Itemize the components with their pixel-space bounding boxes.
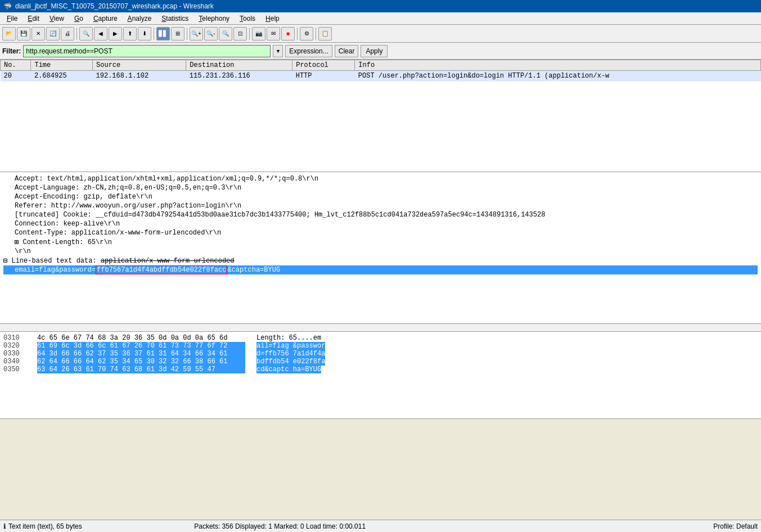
status-profile: Profile: Default	[713, 522, 758, 530]
menu-item-go[interactable]: Go	[70, 13, 88, 24]
toolbar-separator-2	[154, 28, 154, 40]
filter-input[interactable]	[23, 45, 271, 57]
back-btn[interactable]: ◀	[94, 27, 107, 40]
hex-bytes: 62 64 66 66 64 62 35 34 65 30 32 32 66 3…	[37, 358, 245, 366]
menu-item-help[interactable]: Help	[261, 13, 284, 24]
status-packets: Packets: 356 Displayed: 1 Marked: 0 Load…	[194, 522, 366, 530]
status-bar: ℹ Text item (text), 65 bytes Packets: 35…	[0, 520, 761, 532]
menu-item-capture[interactable]: Capture	[89, 13, 122, 24]
detail-line-based[interactable]: ⊟ Line-based text data: application/x-ww…	[3, 256, 758, 265]
hex-offset: 0330	[3, 350, 26, 358]
toolbar-separator-6	[316, 28, 316, 40]
hex-ascii: Length: 65....em	[256, 334, 321, 342]
detail-referer: Referer: http://www.wooyun.org/user.php?…	[3, 201, 758, 210]
hex-row: 033064 3d 66 66 62 37 35 36 37 61 31 64 …	[3, 350, 758, 358]
hex-ascii: ail=flag &passwor	[256, 342, 325, 350]
reload-btn[interactable]: 🔄	[46, 27, 60, 40]
toolbar-separator-4	[249, 28, 250, 40]
detail-accept: Accept: text/html,application/xhtml+xml,…	[3, 174, 758, 183]
clear-button[interactable]: Clear	[335, 45, 359, 57]
toolbar: 📂 💾 ✕ 🔄 🖨 🔍 ◀ ▶ ⬆ ⬇ ▊▋ ⊞ 🔍+ 🔍- 🔍 ⊡ 📷 ✉ ■…	[0, 25, 761, 43]
menu-item-telephony[interactable]: Telephony	[194, 13, 234, 24]
packet-detail-panel: Accept: text/html,application/xhtml+xml,…	[0, 172, 761, 324]
hex-offset: 0320	[3, 342, 26, 350]
cell-no: 20	[1, 71, 31, 82]
status-text-left: Text item (text), 65 bytes	[8, 522, 82, 530]
menu-item-statistics[interactable]: Statistics	[157, 13, 193, 24]
jump-btn[interactable]: ⬆	[123, 27, 137, 40]
filter-label: Filter:	[2, 47, 21, 55]
col-source[interactable]: Source	[93, 60, 186, 71]
toolbar-separator-1	[76, 28, 77, 40]
apply-button[interactable]: Apply	[361, 45, 388, 57]
menu-item-tools[interactable]: Tools	[235, 13, 260, 24]
packet-list: No. Time Source Destination Protocol Inf…	[0, 60, 761, 172]
detail-accept-encoding: Accept-Encoding: gzip, deflate\r\n	[3, 192, 758, 201]
menu-item-view[interactable]: View	[45, 13, 69, 24]
hex-offset: 0340	[3, 358, 26, 366]
stop-btn[interactable]: ■	[281, 27, 295, 40]
hex-row: 034062 64 66 66 64 62 35 34 65 30 32 32 …	[3, 358, 758, 366]
cell-info: POST /user.php?action=login&do=login HTT…	[355, 71, 761, 82]
zoom-in-btn[interactable]: 🔍+	[190, 27, 203, 40]
colorize-btn[interactable]: ▊▋	[156, 27, 170, 40]
forward-btn[interactable]: ▶	[109, 27, 122, 40]
hex-ascii: bdffdb54 e022f8fa	[256, 358, 325, 366]
expression-button[interactable]: Expression...	[285, 45, 332, 57]
zoom-fit-btn[interactable]: ⊡	[233, 27, 247, 40]
hex-offset: 0350	[3, 366, 26, 373]
settings-btn[interactable]: ⚙	[300, 27, 313, 40]
col-destination[interactable]: Destination	[186, 60, 292, 71]
hex-row: 035063 64 26 63 61 70 74 63 68 61 3d 42 …	[3, 366, 758, 373]
menu-item-edit[interactable]: Edit	[23, 13, 44, 24]
zoom-out-btn[interactable]: 🔍-	[204, 27, 218, 40]
table-row[interactable]: 202.684925192.168.1.102115.231.236.116HT…	[1, 71, 761, 82]
print-btn[interactable]: 🖨	[61, 27, 74, 40]
detail-connection: Connection: keep-alive\r\n	[3, 219, 758, 228]
hex-ascii: cd&captc ha=BYUG	[256, 366, 321, 373]
save-btn[interactable]: 💾	[17, 27, 30, 40]
cell-time: 2.684925	[31, 71, 93, 82]
filter-bar: Filter: ▼ Expression... Clear Apply	[0, 43, 761, 60]
detail-post-data[interactable]: email=flag&password=ffb7567a1d4f4abdffdb…	[3, 265, 758, 274]
zoom-normal-btn[interactable]: 🔍	[219, 27, 232, 40]
detail-content-length[interactable]: ⊞ Content-Length: 65\r\n	[3, 237, 758, 247]
toolbar-separator-5	[297, 28, 298, 40]
capture-btn[interactable]: 📷	[252, 27, 265, 40]
menu-item-analyze[interactable]: Analyze	[123, 13, 156, 24]
col-info[interactable]: Info	[355, 60, 761, 71]
toolbar-separator-3	[187, 28, 187, 40]
autosize-btn[interactable]: ⊞	[171, 27, 184, 40]
app-icon: 🦈	[3, 2, 12, 10]
hex-dump-panel: 03104c 65 6e 67 74 68 3a 20 36 35 0d 0a …	[0, 332, 761, 419]
menu-bar: FileEditViewGoCaptureAnalyzeStatisticsTe…	[0, 12, 761, 25]
status-right: Profile: Default	[571, 522, 758, 530]
menu-item-file[interactable]: File	[2, 13, 22, 24]
col-no[interactable]: No.	[1, 60, 31, 71]
detail-cookie: [truncated] Cookie: __cfduid=d473db47925…	[3, 210, 758, 219]
down-btn[interactable]: ⬇	[138, 27, 151, 40]
find-btn[interactable]: 🔍	[79, 27, 93, 40]
email-btn[interactable]: ✉	[267, 27, 280, 40]
help-btn[interactable]: 📋	[318, 27, 332, 40]
hex-row: 03104c 65 6e 67 74 68 3a 20 36 35 0d 0a …	[3, 334, 758, 342]
status-left: ℹ Text item (text), 65 bytes	[3, 522, 190, 530]
hex-bytes: 4c 65 6e 67 74 68 3a 20 36 35 0d 0a 0d 0…	[37, 334, 245, 342]
cell-destination: 115.231.236.116	[186, 71, 292, 82]
detail-accept-language: Accept-Language: zh-CN,zh;q=0.8,en-US;q=…	[3, 183, 758, 192]
detail-crlf: \r\n	[3, 247, 758, 256]
col-time[interactable]: Time	[31, 60, 93, 71]
hex-bytes: 61 69 6c 3d 66 6c 61 67 26 70 61 73 73 7…	[37, 342, 245, 350]
col-protocol[interactable]: Protocol	[292, 60, 355, 71]
hex-bytes: 64 3d 66 66 62 37 35 36 37 61 31 64 34 6…	[37, 350, 245, 358]
hex-bytes: 63 64 26 63 61 70 74 63 68 61 3d 42 59 5…	[37, 366, 245, 373]
hex-offset: 0310	[3, 334, 26, 342]
close-btn[interactable]: ✕	[31, 27, 45, 40]
hex-ascii: d=ffb756 7a1d4f4a	[256, 350, 325, 358]
cell-protocol: HTTP	[292, 71, 355, 82]
cell-source: 192.168.1.102	[93, 71, 186, 82]
status-icon: ℹ	[3, 522, 6, 530]
detail-hscroll[interactable]	[0, 324, 761, 332]
open-btn[interactable]: 📂	[2, 27, 16, 40]
filter-dropdown-button[interactable]: ▼	[273, 45, 283, 57]
